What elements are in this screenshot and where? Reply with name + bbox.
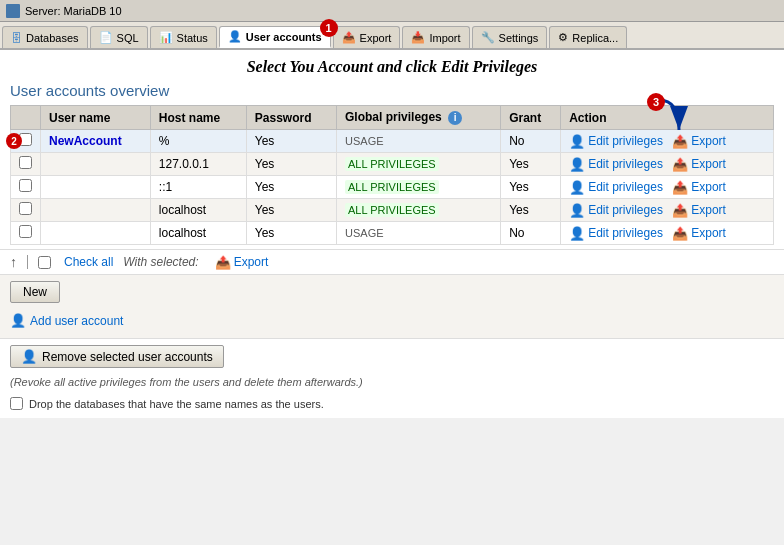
row-password: Yes — [246, 130, 336, 153]
row-username: NewAccount — [41, 130, 151, 153]
instruction-banner: Select You Account and click Edit Privil… — [0, 50, 784, 80]
row-checkbox-cell: 2 — [11, 130, 41, 153]
tab-settings[interactable]: 🔧 Settings — [472, 26, 548, 48]
row-password: Yes — [246, 153, 336, 176]
export-row-icon: 📤 — [672, 203, 688, 218]
separator — [27, 255, 28, 269]
tab-import-label: Import — [429, 32, 460, 44]
row-hostname: % — [150, 130, 246, 153]
col-action: Action — [561, 106, 774, 130]
row-username — [41, 176, 151, 199]
edit-privileges-link[interactable]: 👤 Edit privileges — [569, 203, 663, 218]
export-row-icon: 📤 — [672, 180, 688, 195]
server-icon — [6, 4, 20, 18]
edit-privileges-link[interactable]: 👤 Edit privileges — [569, 134, 663, 149]
settings-icon: 🔧 — [481, 31, 495, 44]
check-all-checkbox[interactable] — [38, 256, 51, 269]
row-grant: Yes — [501, 153, 561, 176]
edit-label: Edit privileges — [588, 157, 663, 171]
edit-label: Edit privileges — [588, 203, 663, 217]
col-grant: Grant — [501, 106, 561, 130]
row-checkbox[interactable] — [19, 156, 32, 169]
users-table: User name Host name Password Global priv… — [10, 105, 774, 245]
user-edit-icon: 👤 — [569, 180, 585, 195]
row-hostname: localhost — [150, 222, 246, 245]
row-checkbox-cell — [11, 199, 41, 222]
info-icon[interactable]: i — [448, 111, 462, 125]
export-link[interactable]: 📤 Export — [672, 180, 726, 195]
row-action: 👤 Edit privileges 📤 Export — [561, 130, 774, 153]
row-checkbox[interactable] — [19, 202, 32, 215]
export-row-icon: 📤 — [672, 226, 688, 241]
edit-privileges-link[interactable]: 👤 Edit privileges — [569, 226, 663, 241]
export-link[interactable]: 📤 Export — [672, 157, 726, 172]
row-action: 👤 Edit privileges 📤 Export — [561, 153, 774, 176]
add-user-label: Add user account — [30, 314, 123, 328]
bottom-bar: ↑ Check all With selected: 📤 Export — [0, 249, 784, 274]
row-action: 👤 Edit privileges 📤 Export — [561, 222, 774, 245]
row-password: Yes — [246, 222, 336, 245]
titlebar-label: Server: MariaDB 10 — [25, 5, 122, 17]
remove-button-label: Remove selected user accounts — [42, 350, 213, 364]
export-tab-icon: 📤 — [342, 31, 356, 44]
row-checkbox-cell — [11, 222, 41, 245]
tab-import[interactable]: 📥 Import — [402, 26, 469, 48]
export-row-icon: 📤 — [672, 134, 688, 149]
export-selected-link[interactable]: 📤 Export — [215, 255, 269, 270]
with-selected-text: With selected: — [123, 255, 198, 269]
row-action: 👤 Edit privileges 📤 Export — [561, 199, 774, 222]
replication-icon: ⚙ — [558, 31, 568, 44]
user-edit-icon: 👤 — [569, 203, 585, 218]
tab-status[interactable]: 📊 Status — [150, 26, 217, 48]
export-link[interactable]: 📤 Export — [672, 203, 726, 218]
main-content: Select You Account and click Edit Privil… — [0, 50, 784, 418]
export-selected-label: Export — [234, 255, 269, 269]
export-selected-icon: 📤 — [215, 255, 231, 270]
row-grant: Yes — [501, 199, 561, 222]
edit-privileges-link[interactable]: 👤 Edit privileges — [569, 157, 663, 172]
row-username — [41, 222, 151, 245]
tab-replication[interactable]: ⚙ Replica... — [549, 26, 627, 48]
drop-db-label: Drop the databases that have the same na… — [29, 398, 324, 410]
tab-sql[interactable]: 📄 SQL — [90, 26, 148, 48]
tab-user-accounts[interactable]: 👤 User accounts 1 — [219, 26, 331, 48]
row-grant: No — [501, 222, 561, 245]
tab-status-label: Status — [177, 32, 208, 44]
tab-databases[interactable]: 🗄 Databases — [2, 26, 88, 48]
edit-label: Edit privileges — [588, 180, 663, 194]
col-checkbox — [11, 106, 41, 130]
import-tab-icon: 📥 — [411, 31, 425, 44]
titlebar: Server: MariaDB 10 — [0, 0, 784, 22]
user-edit-icon: 👤 — [569, 226, 585, 241]
step1-badge: 1 — [320, 19, 338, 37]
col-username: User name — [41, 106, 151, 130]
instruction-text: Select You Account and click Edit Privil… — [247, 58, 538, 75]
export-link[interactable]: 📤 Export — [672, 226, 726, 241]
row-privileges: USAGE — [337, 130, 501, 153]
edit-label: Edit privileges — [588, 226, 663, 240]
row-username — [41, 153, 151, 176]
remove-button[interactable]: 👤 Remove selected user accounts — [10, 345, 224, 368]
edit-privileges-link[interactable]: 👤 Edit privileges — [569, 180, 663, 195]
add-user-link[interactable]: 👤 Add user account — [10, 309, 774, 332]
export-label: Export — [691, 180, 726, 194]
export-label: Export — [691, 203, 726, 217]
row-grant: No — [501, 130, 561, 153]
add-user-icon: 👤 — [10, 313, 26, 328]
row-password: Yes — [246, 199, 336, 222]
row-checkbox[interactable] — [19, 225, 32, 238]
new-button[interactable]: New — [10, 281, 60, 303]
drop-db-checkbox[interactable] — [10, 397, 23, 410]
export-label: Export — [691, 226, 726, 240]
row-hostname: ::1 — [150, 176, 246, 199]
table-row: 2 NewAccount % Yes USAGE No 👤 Edit privi… — [11, 130, 774, 153]
export-link[interactable]: 📤 Export — [672, 134, 726, 149]
remove-section: 👤 Remove selected user accounts (Revoke … — [0, 338, 784, 418]
tab-replication-label: Replica... — [572, 32, 618, 44]
row-hostname: 127.0.0.1 — [150, 153, 246, 176]
table-section: 3 User name Host name Password Global pr… — [0, 105, 784, 245]
row-checkbox[interactable] — [19, 179, 32, 192]
edit-label: Edit privileges — [588, 134, 663, 148]
row-username — [41, 199, 151, 222]
tab-export[interactable]: 📤 Export — [333, 26, 401, 48]
